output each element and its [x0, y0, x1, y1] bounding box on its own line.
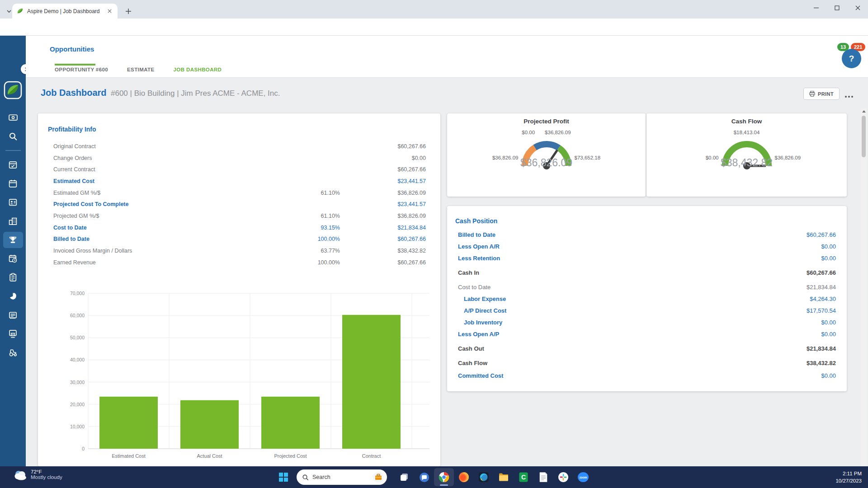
sidebar-item-equipment[interactable] — [0, 343, 26, 362]
sidebar-item-schedule[interactable] — [0, 155, 26, 174]
row-amount[interactable]: $17,570.54 — [807, 307, 836, 314]
module-tab-1[interactable]: ESTIMATE — [127, 67, 155, 72]
y-tick-label: 0 — [82, 446, 85, 451]
y-tick-label: 60,000 — [70, 313, 85, 318]
row-label[interactable]: Projected Cost To Complete — [53, 201, 281, 207]
scrollbar-thumb[interactable] — [862, 116, 866, 157]
row-percent[interactable]: 93.15% — [281, 225, 340, 231]
row-amount[interactable]: $4,264.30 — [810, 296, 836, 302]
sidebar-item-properties[interactable] — [0, 212, 26, 231]
row-label: Estimated GM %/$ — [53, 190, 281, 196]
row-label[interactable]: Less Open A/R — [458, 243, 821, 250]
sidebar-item-calendar[interactable] — [0, 174, 26, 193]
row-amount[interactable]: $0.00 — [821, 372, 836, 379]
sidebar-item-scheduling[interactable] — [0, 249, 26, 268]
more-actions-button[interactable] — [843, 90, 855, 98]
sidebar-item-payments[interactable] — [0, 108, 26, 127]
browser-tab[interactable]: Aspire Demo | Job Dashboard — [12, 4, 118, 19]
row-amount[interactable]: $60,267.66 — [340, 236, 426, 242]
row-amount[interactable]: $0.00 — [821, 331, 836, 338]
row-label: Projected GM %/$ — [53, 213, 281, 219]
sidebar-item-purchasing[interactable] — [0, 324, 26, 343]
active-tab-indicator — [55, 64, 95, 66]
profitability-row: Estimated GM %/$61.10%$36,826.09 — [53, 187, 426, 199]
svg-text:C: C — [521, 474, 526, 481]
schedule-icon — [8, 160, 18, 169]
scrollbar-up-arrow[interactable] — [861, 108, 867, 114]
row-amount[interactable]: $23,441.57 — [340, 178, 426, 184]
sidebar-item-opportunities[interactable] — [0, 230, 26, 249]
x-category-label: Contract — [362, 453, 381, 459]
row-label[interactable]: Less Retention — [458, 255, 821, 262]
bar-contract — [342, 315, 401, 449]
taskbar-app-file-explorer-icon[interactable] — [494, 468, 514, 486]
row-label: Original Contract — [53, 143, 281, 150]
taskbar-weather[interactable]: 72°F Mostly cloudy — [14, 469, 62, 480]
cash-position-row: Billed to Date$60,267.66 — [458, 229, 836, 240]
row-label[interactable]: Cost to Date — [53, 225, 281, 231]
print-button[interactable]: PRINT — [803, 88, 840, 100]
taskbar-app-chat-icon[interactable] — [414, 468, 434, 486]
scheduling-icon — [8, 254, 18, 263]
row-amount: $36,826.09 — [340, 190, 426, 196]
taskbar-app-task-view-icon[interactable] — [394, 468, 414, 486]
window-close-button[interactable] — [847, 0, 868, 15]
sidebar-item-invoicing[interactable] — [0, 305, 26, 324]
new-tab-button[interactable] — [123, 6, 134, 17]
cash-position-row: Less Retention$0.00 — [458, 252, 836, 264]
aspire-logo[interactable] — [4, 81, 22, 99]
cash-position-row: Committed Cost$0.00 — [458, 370, 836, 381]
properties-icon — [8, 216, 18, 226]
row-label[interactable]: Billed to Date — [458, 231, 807, 238]
row-label[interactable]: Less Open A/P — [458, 331, 821, 338]
module-tab-2[interactable]: JOB DASHBOARD — [174, 67, 222, 72]
row-amount: $60,267.66 — [340, 259, 426, 266]
taskbar-app-firefox-icon[interactable] — [454, 468, 474, 486]
row-amount[interactable]: $21,834.84 — [340, 225, 426, 231]
x-category-label: Estimated Cost — [112, 453, 146, 459]
profitability-row: Projected Cost To Complete$23,441.57 — [53, 198, 426, 210]
taskbar-app-notepad-icon[interactable] — [533, 468, 553, 486]
taskbar-app-camtasia-icon[interactable]: C — [514, 468, 533, 486]
sidebar-item-contacts[interactable] — [0, 193, 26, 212]
module-tab-0[interactable]: OPPORTUNITY #600 — [55, 67, 108, 72]
row-amount[interactable]: $0.00 — [821, 255, 836, 262]
row-label: Cash Flow — [458, 360, 807, 366]
window-maximize-button[interactable] — [826, 0, 847, 15]
start-button[interactable] — [277, 471, 290, 483]
row-label[interactable]: Estimated Cost — [53, 178, 281, 184]
row-amount[interactable]: $23,441.57 — [340, 201, 426, 207]
taskbar-app-slack-icon[interactable] — [553, 468, 573, 486]
x-category-label: Projected Cost — [274, 453, 307, 459]
taskbar-search[interactable]: Search — [297, 469, 387, 485]
taskbar-app-zoom-icon[interactable]: zoom — [573, 468, 593, 486]
cost-bar-chart: 010,00020,00030,00040,00050,00060,00070,… — [38, 285, 440, 466]
profitability-row: Change Orders$0.00 — [53, 152, 426, 164]
row-label[interactable]: Committed Cost — [458, 372, 821, 379]
search-highlight-briefcase-icon — [373, 471, 384, 483]
cash-position-row: Labor Expense$4,264.30 — [458, 293, 836, 305]
browser-tab-strip: Aspire Demo | Job Dashboard — [0, 0, 868, 19]
tab-close-icon[interactable] — [106, 8, 113, 15]
content-scrollbar[interactable] — [861, 108, 867, 466]
help-button[interactable]: ? — [842, 49, 861, 68]
taskbar-app-chrome-icon[interactable] — [434, 468, 454, 486]
window-minimize-button[interactable] — [806, 0, 826, 15]
row-amount: $36,826.09 — [340, 213, 426, 219]
bar-projected-cost — [261, 397, 320, 449]
row-label[interactable]: Job Inventory — [458, 319, 821, 326]
row-amount[interactable]: $0.00 — [821, 319, 836, 326]
sidebar-item-reports[interactable] — [0, 287, 26, 306]
row-amount[interactable]: $60,267.66 — [807, 231, 836, 238]
row-label[interactable]: A/P Direct Cost — [458, 307, 807, 314]
sidebar-item-work-tickets[interactable] — [0, 268, 26, 287]
row-label[interactable]: Labor Expense — [458, 296, 810, 302]
taskbar-clock[interactable]: 2:11 PM 10/27/2023 — [835, 470, 862, 484]
row-label[interactable]: Billed to Date — [53, 236, 281, 242]
profitability-card: Profitability Info Original Contract$60,… — [38, 113, 440, 466]
x-category-label: Actual Cost — [197, 453, 222, 459]
sidebar-item-search[interactable] — [0, 127, 26, 146]
taskbar-app-edge-icon[interactable] — [474, 468, 494, 486]
row-amount[interactable]: $0.00 — [821, 243, 836, 250]
row-percent[interactable]: 100.00% — [281, 236, 340, 242]
